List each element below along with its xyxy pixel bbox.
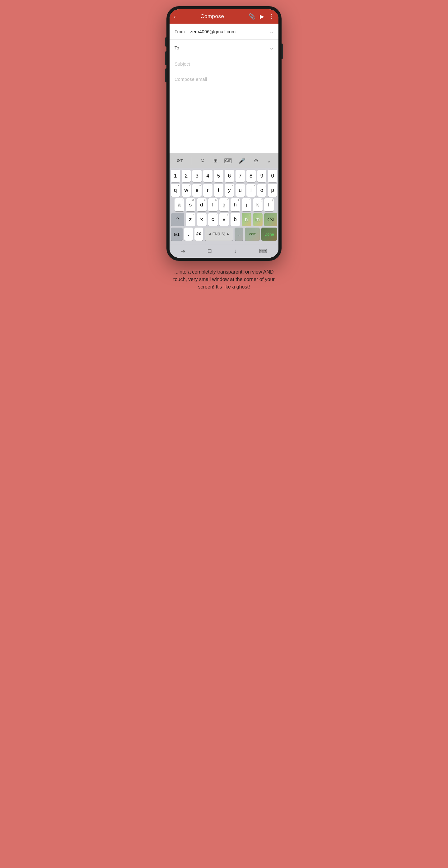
key-q[interactable]: q+ [171,184,180,197]
backspace-key[interactable]: ⌫ [264,213,277,226]
from-value: zero4096@gmail.com [190,29,267,34]
tab-nav-icon[interactable]: ⇥ [181,248,185,255]
comma-key[interactable]: , [184,227,193,241]
keyboard-settings-icon[interactable]: ⚙ [252,156,260,165]
key-y[interactable]: y− [225,184,234,197]
key-5[interactable]: 5 [214,170,223,182]
compose-area[interactable]: Compose email [170,72,278,153]
caption-text: ...into a completely transparent, on vie… [163,261,285,294]
compose-placeholder: Compose email [175,76,207,82]
key-t[interactable]: t/ [214,184,223,197]
key-0[interactable]: 0 [268,170,277,182]
power-button [281,43,283,59]
to-chevron-icon[interactable]: ⌄ [269,45,273,51]
key-2[interactable]: 2 [182,170,191,182]
subject-row[interactable]: Subject [170,56,278,72]
key-r[interactable]: r= [203,184,212,197]
key-f[interactable]: f% [208,198,218,211]
key-n[interactable]: n ? [242,213,251,226]
volume-up-button [165,37,167,46]
number-special-key[interactable]: !#1 [171,227,183,241]
to-label: To [175,45,190,50]
compose-title: Compose [200,13,224,20]
attach-icon[interactable]: 📎 [248,13,256,20]
space-key[interactable]: ◄ EN(US) ► [205,227,233,241]
page-wrapper: ‹ Compose 📎 ▶ ⋮ From zero4096@gmail.com … [163,6,285,294]
key-4[interactable]: 4 [203,170,212,182]
from-label: From [175,29,190,34]
phone-frame: ‹ Compose 📎 ▶ ⋮ From zero4096@gmail.com … [167,6,281,261]
asdf-row: a! s@ d# f% g^ h& j* k( l) [171,198,277,211]
key-x[interactable]: x' [197,213,207,226]
key-c[interactable]: c" [208,213,218,226]
key-k[interactable]: k( [253,198,263,211]
bottom-nav: ⇥ □ ↓ ⌨ [170,244,278,258]
more-options-icon[interactable]: ⋮ [268,13,274,20]
top-bar: ‹ Compose 📎 ▶ ⋮ [170,9,278,24]
key-7[interactable]: 7 [236,170,245,182]
key-w[interactable]: w× [182,184,191,197]
phone-screen: ‹ Compose 📎 ▶ ⋮ From zero4096@gmail.com … [170,9,278,258]
bixby-button [165,68,167,82]
dot-key[interactable]: . [235,227,243,241]
back-button[interactable]: ‹ [174,13,176,20]
volume-down-button [165,51,167,65]
key-1[interactable]: 1 [171,170,180,182]
key-j[interactable]: j* [242,198,251,211]
qwerty-row: q+ w× e÷ r= t/ y− u< i> o[ p] [171,184,277,197]
key-i[interactable]: i> [246,184,256,197]
key-a[interactable]: a! [175,198,184,211]
gif-icon[interactable]: GIF [224,158,232,163]
key-g[interactable]: g^ [219,198,229,211]
key-8[interactable]: 8 [246,170,256,182]
from-row: From zero4096@gmail.com ⌄ [170,24,278,40]
to-row[interactable]: To ⌄ [170,40,278,56]
number-row: 1 2 3 4 5 6 7 8 9 0 [171,170,277,182]
key-d[interactable]: d# [197,198,207,211]
key-o[interactable]: o[ [257,184,267,197]
key-v[interactable]: v: [219,213,229,226]
key-u[interactable]: u< [236,184,245,197]
bottom-row: !#1 , @ ◄ EN(US) ► . .com Don [171,227,277,241]
key-m[interactable]: m [253,213,263,226]
zxcv-row: ⇧ z− x' c" v: b; n ? m [171,213,277,226]
emoji-icon[interactable]: ☺ [198,156,206,165]
key-9[interactable]: 9 [257,170,267,182]
subject-input[interactable]: Subject [175,61,190,66]
from-chevron-icon[interactable]: ⌄ [269,29,273,34]
key-b[interactable]: b; [231,213,240,226]
at-key[interactable]: @ [195,227,203,241]
done-key[interactable]: Done [261,227,277,241]
toolbar-separator [191,157,191,165]
key-s[interactable]: s@ [186,198,196,211]
back-nav-icon[interactable]: ↓ [234,248,237,254]
key-e[interactable]: e÷ [192,184,202,197]
send-icon[interactable]: ▶ [260,13,264,20]
recent-apps-icon[interactable]: □ [208,248,211,254]
key-p[interactable]: p] [268,184,277,197]
hide-keyboard-icon[interactable]: ⌨ [259,248,267,255]
shift-key[interactable]: ⇧ [171,213,184,226]
key-h[interactable]: h& [231,198,240,211]
key-z[interactable]: z− [186,213,196,226]
key-3[interactable]: 3 [192,170,202,182]
top-bar-actions: 📎 ▶ ⋮ [248,13,274,20]
keyboard: 1 2 3 4 5 6 7 8 9 0 q+ w× e÷ r= [170,168,278,244]
mic-icon[interactable]: 🎤 [237,156,247,165]
sticker-icon[interactable]: ⊞ [212,156,219,165]
dotcom-key[interactable]: .com [245,227,260,241]
collapse-keyboard-icon[interactable]: ⌄ [265,156,272,165]
keyboard-toolbar: ⟳T ☺ ⊞ GIF 🎤 ⚙ ⌄ [170,153,278,168]
key-l[interactable]: l) [264,198,274,211]
email-fields: From zero4096@gmail.com ⌄ To ⌄ Subject C… [170,24,278,153]
key-6[interactable]: 6 [225,170,234,182]
translate-icon[interactable]: ⟳T [176,157,184,164]
